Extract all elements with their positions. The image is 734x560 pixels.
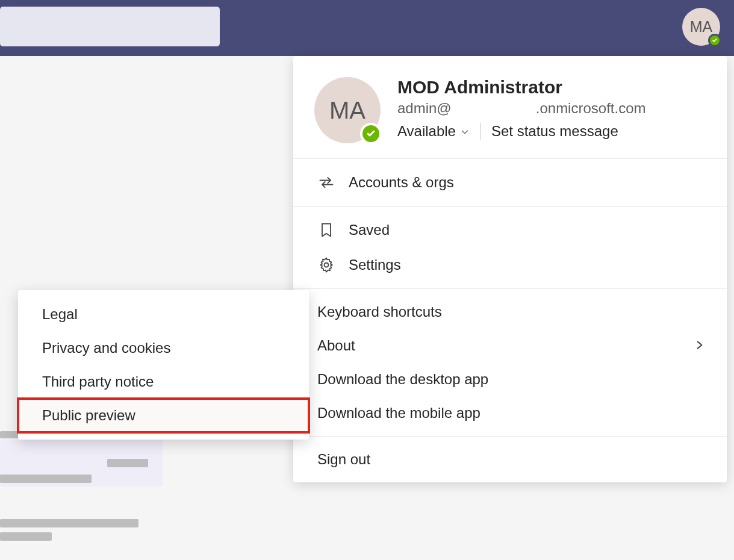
saved-item[interactable]: Saved [293,213,727,247]
presence-available-icon [360,123,382,145]
presence-available-icon [708,34,721,47]
keyboard-shortcuts-item[interactable]: Keyboard shortcuts [293,295,727,329]
svg-point-0 [325,263,329,267]
profile-menu: MA MOD Administrator admin@ .onmicrosoft… [293,56,727,482]
accounts-orgs-item[interactable]: Accounts & orgs [293,165,727,200]
privacy-item[interactable]: Privacy and cookies [18,331,309,365]
status-label: Available [397,123,456,140]
swap-icon [317,173,335,191]
settings-item[interactable]: Settings [293,247,727,282]
about-submenu: Legal Privacy and cookies Third party no… [18,290,309,440]
menu-label: Sign out [317,451,370,468]
legal-item[interactable]: Legal [18,297,309,331]
app-header: MA [0,0,734,56]
bg-placeholder [0,519,138,527]
gear-icon [317,256,335,274]
download-desktop-item[interactable]: Download the desktop app [293,362,727,396]
display-name: MOD Administrator [397,77,706,98]
public-preview-item[interactable]: Public preview [18,399,309,432]
profile-avatar-button[interactable]: MA [682,8,720,46]
avatar-large-initials: MA [329,97,365,124]
search-input[interactable] [0,7,220,46]
download-mobile-item[interactable]: Download the mobile app [293,396,727,430]
profile-header: MA MOD Administrator admin@ .onmicrosoft… [293,56,727,159]
bg-placeholder [0,474,92,483]
menu-label: About [317,337,355,354]
menu-label: Download the desktop app [317,371,488,388]
chevron-right-icon [694,337,705,354]
about-item[interactable]: About [293,329,727,362]
menu-label: Download the mobile app [317,405,481,422]
sign-out-item[interactable]: Sign out [293,443,727,476]
avatar-initials: MA [690,18,713,36]
bg-placeholder [107,459,148,467]
menu-label: Settings [349,257,401,273]
email: admin@ .onmicrosoft.com [397,100,706,117]
bg-placeholder [0,532,52,541]
menu-label: Keyboard shortcuts [317,303,442,320]
bg-placeholder [0,431,20,438]
set-status-button[interactable]: Set status message [491,123,618,140]
menu-label: Saved [349,222,390,238]
divider [480,123,481,140]
status-dropdown[interactable]: Available [397,123,469,140]
bookmark-icon [317,221,335,239]
menu-label: Accounts & orgs [349,174,454,191]
third-party-notice-item[interactable]: Third party notice [18,365,309,399]
chevron-down-icon [461,123,469,140]
avatar-large: MA [314,77,381,143]
